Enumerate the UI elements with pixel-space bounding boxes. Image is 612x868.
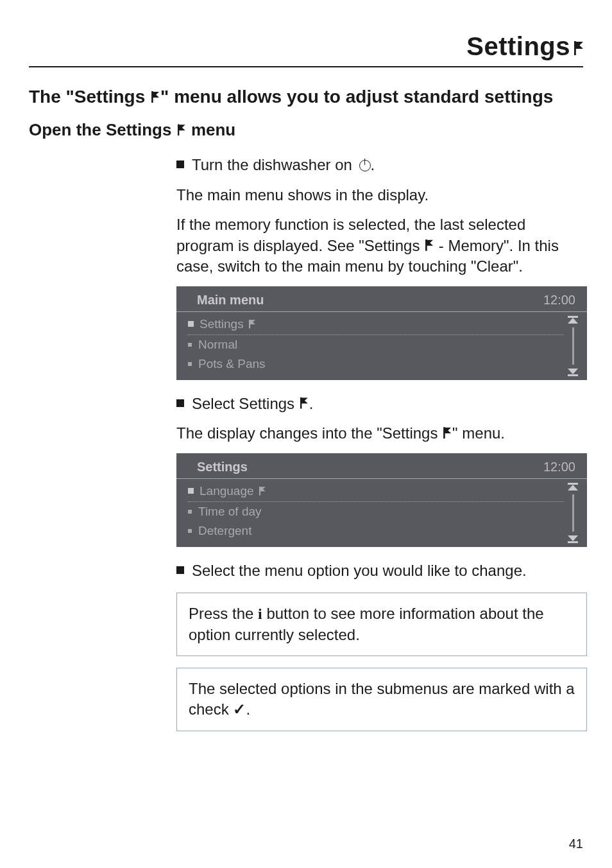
flag-icon <box>425 239 433 251</box>
display-main-menu: Main menu 12:00 Settings Normal Pots & P… <box>176 286 587 380</box>
info-note-a: Press the <box>189 605 258 622</box>
flag-icon <box>151 91 159 103</box>
scroll-down-icon[interactable] <box>566 534 579 543</box>
dot-icon <box>188 510 192 514</box>
svg-marker-2 <box>568 369 578 374</box>
scrollbar[interactable] <box>566 483 579 543</box>
screen-time: 12:00 <box>543 293 575 308</box>
screen-time: 12:00 <box>543 460 575 474</box>
scroll-up-icon[interactable] <box>566 483 579 492</box>
svg-rect-4 <box>568 483 578 485</box>
check-note: The selected options in the submenus are… <box>176 668 587 731</box>
list-item-label: Normal <box>198 338 237 352</box>
svg-marker-5 <box>568 485 578 490</box>
scroll-track <box>572 327 574 365</box>
list-item-label: Time of day <box>198 505 262 519</box>
list-item[interactable]: Pots & Pans <box>188 354 564 374</box>
selected-dot-icon <box>188 321 194 327</box>
check-icon: ✓ <box>233 700 246 718</box>
scrollbar[interactable] <box>566 316 579 376</box>
list-item[interactable]: Normal <box>188 335 564 354</box>
flag-icon <box>443 427 451 438</box>
flag-icon <box>574 41 583 55</box>
page-title: Settings <box>466 32 570 60</box>
bullet-icon <box>176 161 184 168</box>
para-mainmenu-2: If the memory function is selected, the … <box>176 214 587 277</box>
sub-heading: Open the Settings menu <box>29 120 583 140</box>
flag-icon <box>300 397 308 409</box>
step-3: Select the menu option you would like to… <box>192 560 527 582</box>
dot-icon <box>188 362 192 366</box>
screen-title: Main menu <box>197 293 264 308</box>
list-item-label: Pots & Pans <box>198 357 266 371</box>
step-1-tail: . <box>371 156 375 173</box>
power-icon <box>359 160 371 171</box>
intro-heading-a: The "Settings <box>29 87 150 107</box>
sub-heading-b: menu <box>187 120 236 139</box>
intro-heading: The "Settings " menu allows you to adjus… <box>29 85 583 108</box>
step-2-tail: . <box>309 395 314 412</box>
step-1: Turn the dishwasher on . <box>192 154 375 176</box>
list-item[interactable]: Settings <box>188 315 564 335</box>
info-note: Press the i button to see more informati… <box>176 593 587 656</box>
para-settings-a: The display changes into the "Settings <box>176 424 442 442</box>
svg-marker-1 <box>568 318 578 324</box>
check-note-b: . <box>246 700 250 718</box>
step-2-text: Select Settings <box>192 395 299 412</box>
flag-icon <box>178 124 185 135</box>
scroll-up-icon[interactable] <box>566 316 579 325</box>
para-mainmenu-1: The main menu shows in the display. <box>176 185 587 205</box>
list-item[interactable]: Detergent <box>188 521 564 541</box>
flag-icon <box>259 487 266 496</box>
bullet-icon <box>176 566 184 574</box>
scroll-track <box>572 494 574 532</box>
step-1-text: Turn the dishwasher on <box>192 156 357 173</box>
para-settings-b: " menu. <box>452 424 505 442</box>
list-item-label: Detergent <box>198 524 251 538</box>
list-item[interactable]: Language <box>188 482 564 502</box>
list-item[interactable]: Time of day <box>188 502 564 521</box>
intro-heading-b: " menu allows you to adjust standard set… <box>160 87 553 107</box>
para-settings-change: The display changes into the "Settings "… <box>176 423 587 444</box>
svg-rect-0 <box>568 316 578 318</box>
page-number: 41 <box>569 837 583 851</box>
selected-dot-icon <box>188 488 194 494</box>
step-2: Select Settings . <box>192 393 313 415</box>
svg-rect-7 <box>568 541 578 543</box>
dot-icon <box>188 529 192 533</box>
flag-icon <box>249 320 255 329</box>
dot-icon <box>188 343 192 347</box>
svg-marker-6 <box>568 535 578 541</box>
info-icon: i <box>258 603 262 624</box>
list-item-label: Language <box>200 484 254 498</box>
bullet-icon <box>176 399 184 407</box>
display-settings-menu: Settings 12:00 Language Time of day Dete… <box>176 453 587 547</box>
sub-heading-a: Open the Settings <box>29 120 176 139</box>
svg-rect-3 <box>568 374 578 376</box>
list-item-label: Settings <box>200 317 244 331</box>
scroll-down-icon[interactable] <box>566 367 579 376</box>
screen-title: Settings <box>197 460 248 474</box>
